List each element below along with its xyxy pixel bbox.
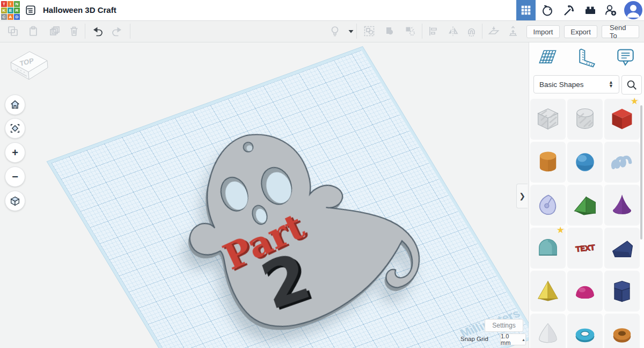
drop-workplane-icon [487, 25, 500, 38]
show-all-menu-button[interactable] [342, 23, 360, 39]
shape-paraboloid[interactable] [530, 314, 566, 348]
view-cube[interactable]: TOP [4, 46, 54, 89]
mirror-button[interactable] [444, 23, 462, 39]
logo-letter-r: R [14, 8, 20, 13]
ungroup-button[interactable] [401, 23, 419, 39]
shape-torus[interactable] [567, 314, 603, 348]
paste-button[interactable] [25, 23, 42, 39]
sort-caret-icon: ▲▼ [609, 81, 613, 88]
cylinder-icon [534, 148, 562, 176]
edit-toolbar: Import Export Send To [0, 20, 644, 42]
cylinder-hole-icon [571, 105, 599, 133]
tinkercad-logo[interactable]: TINKERCAD [1, 1, 20, 20]
shape-cone[interactable] [604, 185, 640, 226]
duplicate-button[interactable] [46, 23, 63, 39]
snap-grid-select[interactable]: 1.0 mm▲ [500, 334, 526, 345]
shape-category-dropdown[interactable]: Basic Shapes ▲▼ [533, 75, 619, 93]
top-bar: TINKERCAD Halloween 3D Craft [0, 0, 644, 21]
zoom-out-button[interactable]: − [5, 166, 25, 187]
cone-icon [608, 191, 636, 219]
magnetic-snap-icon [465, 25, 478, 38]
logo-letter-c: C [1, 14, 7, 20]
magnetic-snap-button[interactable] [463, 23, 480, 39]
send-to-button[interactable]: Send To [602, 25, 639, 38]
design-title: Halloween 3D Craft [43, 5, 116, 15]
undo-button[interactable] [89, 23, 106, 39]
select-group-button[interactable] [361, 23, 378, 39]
sim-lab-icon[interactable] [538, 0, 557, 20]
delete-button[interactable] [65, 23, 83, 39]
notes-tool[interactable] [614, 46, 638, 70]
shape-cylinder-hole[interactable] [567, 99, 603, 140]
invite-person-icon[interactable] [601, 0, 620, 20]
redo-icon [111, 25, 123, 38]
shape-half-sphere[interactable] [567, 271, 603, 311]
export-button[interactable]: Export [564, 25, 597, 38]
drop-workplane-button[interactable] [485, 23, 502, 39]
align-icon [427, 25, 440, 38]
align-button[interactable] [425, 23, 442, 39]
box-hole-icon [534, 105, 562, 133]
paste-icon [27, 25, 40, 38]
search-icon [626, 79, 638, 91]
show-all-icon [328, 25, 341, 38]
wedge-icon [608, 234, 636, 262]
group-icon [383, 25, 396, 38]
design-properties-icon[interactable] [25, 4, 36, 16]
redo-button[interactable] [108, 23, 126, 39]
copy-button[interactable] [4, 23, 21, 39]
group-button[interactable] [381, 23, 398, 39]
half-sphere-icon [571, 277, 599, 305]
drop-ruler-icon [507, 25, 519, 38]
logo-letter-n: N [14, 1, 20, 7]
codeblocks-pickaxe-icon[interactable] [559, 0, 579, 20]
paraboloid-icon [534, 320, 562, 348]
svg-text:TEXT: TEXT [575, 243, 596, 253]
extrusion-icon [534, 191, 562, 219]
panel-collapse-handle[interactable]: ❯ [516, 184, 528, 208]
shape-tube[interactable] [604, 314, 640, 348]
viewport-3d[interactable]: Millimeters [0, 42, 529, 348]
workplane-tool[interactable] [536, 46, 559, 70]
shape-box[interactable]: ★ [604, 99, 640, 140]
shape-extrusion[interactable] [530, 185, 566, 226]
mirror-icon [447, 25, 459, 38]
round-roof-icon [534, 234, 562, 262]
shape-round-roof[interactable]: ★ [530, 228, 566, 269]
torus-icon [571, 320, 599, 348]
logo-letter-a: A [8, 14, 13, 20]
shape-scribble[interactable] [604, 142, 640, 183]
zoom-in-button[interactable]: + [5, 142, 25, 163]
select-group-icon [363, 25, 376, 38]
logo-letter-e: E [8, 8, 13, 13]
settings-button[interactable]: Settings [485, 319, 523, 332]
shape-cylinder[interactable] [530, 142, 566, 183]
shape-roof[interactable] [567, 185, 603, 226]
show-all-button[interactable] [326, 23, 343, 39]
shape-sphere[interactable] [567, 142, 603, 183]
box-icon [608, 105, 636, 133]
shape-wedge[interactable] [604, 228, 640, 269]
logo-letter-t: T [1, 1, 7, 7]
account-avatar[interactable] [624, 1, 642, 19]
sphere-icon [571, 148, 599, 176]
shape-pyramid[interactable] [530, 271, 566, 311]
panel-scrollbar[interactable] [640, 105, 642, 240]
perspective-toggle-button[interactable] [5, 191, 25, 211]
shape-box-hole[interactable] [530, 99, 566, 140]
shape-text[interactable]: TEXT [567, 228, 603, 269]
import-button[interactable]: Import [526, 25, 560, 38]
search-button[interactable] [621, 75, 642, 95]
fit-view-button[interactable] [5, 118, 25, 139]
pyramid-icon [534, 277, 562, 305]
bricks-icon[interactable] [581, 0, 600, 20]
polygon-icon [608, 277, 636, 305]
drop-ruler-button[interactable] [504, 23, 522, 39]
shape-category-value: Basic Shapes [539, 81, 584, 89]
shape-polygon[interactable] [604, 271, 640, 311]
home-view-button[interactable] [5, 95, 25, 115]
roof-icon [571, 191, 599, 219]
ruler-tool[interactable] [575, 46, 599, 70]
ungroup-icon [404, 25, 416, 38]
designs-grid-icon[interactable] [516, 0, 536, 20]
